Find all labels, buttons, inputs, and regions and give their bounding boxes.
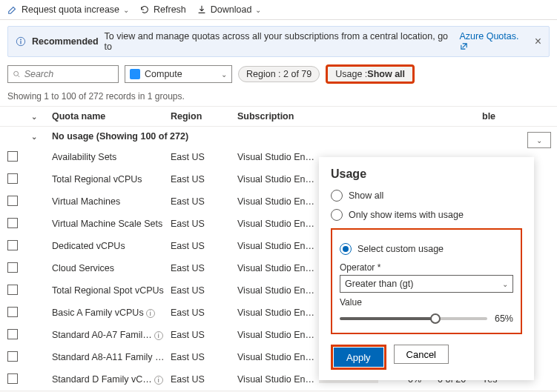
download-button[interactable]: Download ⌄: [197, 4, 262, 15]
info-icon[interactable]: i: [154, 331, 163, 340]
radio-items-with-usage[interactable]: Only show items with usage: [331, 209, 522, 221]
col-subscription[interactable]: Subscription: [237, 111, 319, 122]
panel-title: Usage: [331, 167, 522, 181]
cancel-button[interactable]: Cancel: [394, 345, 449, 364]
cell-region: East US: [171, 174, 237, 185]
close-icon[interactable]: ×: [535, 35, 541, 48]
cell-region: East US: [171, 285, 237, 296]
group-row[interactable]: ⌄ No usage (Showing 100 of 272): [0, 127, 557, 146]
value-label: Value: [340, 297, 513, 308]
pencil-icon: [7, 4, 18, 15]
radio-custom-usage[interactable]: Select custom usage: [340, 243, 513, 255]
row-checkbox[interactable]: [7, 307, 18, 317]
row-checkbox[interactable]: [7, 262, 18, 273]
cell-name: Cloud Services: [52, 263, 171, 273]
region-filter-pill[interactable]: Region : 2 of 79: [238, 66, 320, 82]
search-icon: [13, 70, 21, 79]
chevron-down-icon: ⌄: [221, 70, 227, 79]
usage-filter-pill[interactable]: Usage : Show all: [326, 64, 415, 84]
cell-region: East US: [171, 308, 237, 318]
row-checkbox[interactable]: [7, 373, 18, 384]
cell-name: Standard A8-A11 Family …i: [52, 352, 171, 362]
cell-name: Total Regional Spot vCPUs: [52, 285, 171, 296]
external-link-icon: [460, 42, 468, 50]
group-label: No usage (Showing 100 of 272): [52, 131, 188, 142]
row-checkbox[interactable]: [7, 329, 18, 339]
column-header: ⌄ Quota name Region Subscription ble: [0, 106, 557, 127]
cell-subscription: Visual Studio En…: [237, 196, 319, 207]
radio-icon: [331, 190, 343, 202]
info-icon: [16, 36, 26, 47]
request-quota-button[interactable]: Request quota increase ⌄: [7, 4, 129, 15]
cell-subscription: Visual Studio En…: [237, 308, 319, 318]
cell-name: Virtual Machines: [52, 196, 171, 207]
radio-icon: [340, 243, 352, 255]
column-picker-dropdown[interactable]: ⌄: [527, 132, 551, 148]
value-slider[interactable]: [340, 317, 487, 320]
cell-name: Total Regional vCPUs: [52, 174, 171, 185]
cell-region: East US: [171, 196, 237, 207]
chevron-down-icon[interactable]: ⌄: [31, 113, 37, 121]
cell-region: East US: [171, 352, 237, 362]
col-quota-name[interactable]: Quota name: [52, 111, 171, 122]
cell-subscription: Visual Studio En…: [237, 241, 319, 251]
operator-select[interactable]: Greater than (gt) ⌄: [340, 275, 513, 293]
download-icon: [197, 4, 207, 15]
refresh-icon: [139, 4, 150, 15]
cell-subscription: Visual Studio En…: [237, 263, 319, 273]
custom-usage-section: Select custom usage Operator * Greater t…: [331, 228, 522, 334]
usage-filter-panel: Usage Show all Only show items with usag…: [319, 157, 534, 380]
cell-region: East US: [171, 330, 237, 340]
banner-title: Recommended: [32, 36, 99, 47]
provider-dropdown[interactable]: Compute ⌄: [125, 65, 232, 83]
slider-thumb[interactable]: [430, 313, 441, 324]
cell-name: Standard A0-A7 Famil…i: [52, 330, 171, 340]
cell-subscription: Visual Studio En…: [237, 352, 319, 362]
compute-icon: [130, 69, 140, 79]
banner-text: To view and manage quotas across all you…: [105, 31, 454, 52]
col-region[interactable]: Region: [171, 111, 237, 122]
cell-name: Virtual Machine Scale Sets: [52, 219, 171, 229]
search-input[interactable]: [7, 65, 119, 83]
chevron-down-icon: ⌄: [536, 136, 542, 144]
azure-quotas-link[interactable]: Azure Quotas.: [460, 31, 529, 52]
cell-region: East US: [171, 374, 237, 385]
radio-icon: [331, 209, 343, 221]
row-checkbox[interactable]: [7, 240, 18, 250]
radio-show-all[interactable]: Show all: [331, 190, 522, 202]
filter-row: Compute ⌄ Region : 2 of 79 Usage : Show …: [0, 62, 557, 88]
col-adjustable[interactable]: ble: [482, 111, 523, 122]
row-checkbox[interactable]: [7, 151, 18, 162]
cell-name: Basic A Family vCPUsi: [52, 308, 171, 318]
cell-subscription: Visual Studio En…: [237, 330, 319, 340]
svg-point-1: [20, 39, 22, 41]
cell-subscription: Visual Studio En…: [237, 219, 319, 229]
chevron-down-icon: ⌄: [255, 6, 261, 14]
row-checkbox[interactable]: [7, 173, 18, 184]
row-checkbox[interactable]: [7, 196, 18, 206]
info-icon[interactable]: i: [146, 309, 155, 318]
refresh-label: Refresh: [154, 4, 186, 15]
svg-rect-2: [20, 41, 21, 44]
cell-region: East US: [171, 263, 237, 273]
row-checkbox[interactable]: [7, 218, 18, 228]
chevron-down-icon: ⌄: [123, 6, 129, 14]
cell-name: Standard D Family vC…i: [52, 374, 171, 385]
search-field[interactable]: [24, 69, 113, 79]
apply-button[interactable]: Apply: [334, 348, 383, 367]
provider-label: Compute: [145, 69, 182, 79]
svg-point-3: [14, 71, 19, 76]
cell-region: East US: [171, 219, 237, 229]
recommended-banner: Recommended To view and manage quotas ac…: [7, 26, 550, 57]
row-checkbox[interactable]: [7, 285, 18, 295]
download-label: Download: [211, 4, 252, 15]
row-checkbox[interactable]: [7, 351, 18, 362]
cell-subscription: Visual Studio En…: [237, 152, 319, 162]
slider-value: 65%: [495, 313, 513, 324]
chevron-down-icon: ⌄: [31, 133, 37, 141]
svg-line-4: [18, 76, 19, 77]
chevron-down-icon: ⌄: [502, 280, 508, 288]
info-icon[interactable]: i: [154, 376, 163, 385]
cell-subscription: Visual Studio En…: [237, 285, 319, 296]
refresh-button[interactable]: Refresh: [139, 4, 186, 15]
